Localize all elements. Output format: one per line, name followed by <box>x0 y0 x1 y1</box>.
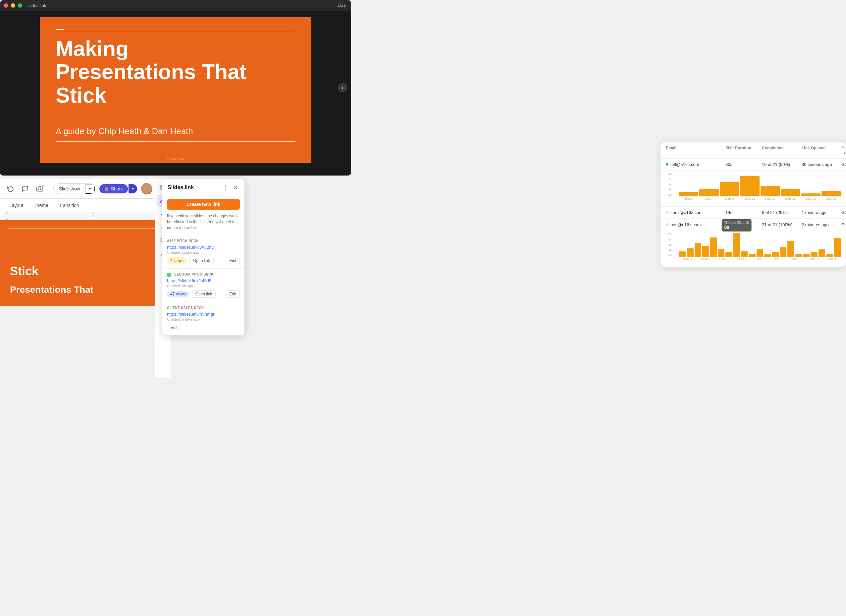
header-completion: Completion <box>762 146 802 155</box>
slide-bottom-line <box>56 141 295 142</box>
popup-title: Slides.link <box>167 185 223 191</box>
slideshow-button[interactable]: Slideshow ▾ <box>53 183 95 194</box>
bar <box>687 248 693 257</box>
open-link-btn-2[interactable]: Open link <box>192 290 216 298</box>
bar <box>780 247 786 257</box>
bar <box>740 176 759 197</box>
slide-subtitle: A guide by Chip Heath & Dan Heath <box>56 126 193 136</box>
bar <box>710 238 717 257</box>
bar <box>821 191 841 197</box>
link-url-3[interactable]: https://slides.link/h5hmgf <box>167 312 240 317</box>
tab-layout[interactable]: Layout <box>5 201 27 209</box>
email-cell-chris: chris@a16z.com <box>666 210 726 215</box>
share-button[interactable]: 🔒 Share <box>99 184 128 194</box>
email-cell-ben: ben@a16z.com <box>666 222 726 227</box>
link-section-1: A16Z PITCH DECK https://slides.link/wr82… <box>162 235 244 268</box>
bar <box>718 249 724 257</box>
toolbar: ▾ Slideshow ▾ 🔒 Share ▾ <box>0 179 176 199</box>
link-opened-ben: 2 minutes ago <box>802 222 842 227</box>
popup-header: Slides.link ⋮ ✕ <box>162 179 244 195</box>
link-section-title-2: SEQUOIA PITCH DECK <box>174 273 214 276</box>
ben-chart-wrapper: 8s 6s 4s 2s 0s Time on Slide 10 8s <box>668 233 841 263</box>
panel-tabs: Layout Theme Transition ⌃ <box>0 199 176 212</box>
traffic-light-red[interactable] <box>4 3 8 7</box>
slideshow-btn-arrow[interactable]: ▾ <box>85 184 95 194</box>
comment-icon[interactable] <box>20 183 31 194</box>
link-section-3: CLIENT SALES DECK https://slides.link/h5… <box>162 302 244 336</box>
link-actions-2: 47 views Open link Edit <box>167 290 240 298</box>
presentation-window: slides.link 1/21 Making Presentations Th… <box>0 0 351 176</box>
email-jeff: jeff@a16z.com <box>670 162 699 167</box>
bar <box>756 249 763 257</box>
tab-theme[interactable]: Theme <box>30 201 52 209</box>
popup-close-button[interactable]: ✕ <box>231 183 239 191</box>
link-url-1[interactable]: https://slides.link/wr82nv <box>167 245 240 250</box>
bar <box>749 254 755 257</box>
link-title-row-3: CLIENT SALES DECK <box>167 306 240 311</box>
header-email: Email <box>666 146 726 155</box>
link-section-2: SEQUOIA PITCH DECK https://slides.link/k… <box>162 268 244 302</box>
jeff-x-labels: Slide 2 Slide 4 Slide 6 Slide 11 Slide 1… <box>678 197 841 200</box>
traffic-light-yellow[interactable] <box>11 3 15 7</box>
create-link-button[interactable]: Create new link <box>167 199 240 210</box>
slide-next-arrow[interactable]: › <box>338 83 347 92</box>
ben-x-labels: Slide 1 Slide 3 Slide 5 Slide 7 Slide 9 … <box>678 257 841 261</box>
avatar-button[interactable] <box>141 183 152 194</box>
slide-watermark: © slides.link <box>167 157 185 161</box>
ben-chart: 8s 6s 4s 2s 0s Time on Slide 10 8s <box>661 231 846 267</box>
link-url-2[interactable]: https://slides.link/k45d5j <box>167 278 240 283</box>
email-ben: ben@a16z.com <box>670 222 701 227</box>
bar <box>741 251 748 257</box>
bar <box>801 194 820 197</box>
opened-in-ben: Germany <box>842 222 846 227</box>
analytics-table-header: Email Visit Duration Completion Link Ope… <box>661 142 846 158</box>
open-link-btn-1[interactable]: Open link <box>189 257 214 264</box>
slide-preview: Stick Presentations That <box>0 220 176 307</box>
window-titlebar: slides.link 1/21 <box>0 0 351 10</box>
slide-preview-text: Stick Presentations That <box>10 261 93 296</box>
bar <box>695 243 701 257</box>
history-icon[interactable] <box>5 183 16 194</box>
popup-notice: If you edit your slides, the changes won… <box>162 210 244 235</box>
link-actions-1: 4 views Open link Edit <box>167 257 240 264</box>
status-dot-jeff <box>666 163 668 166</box>
bar <box>781 189 800 197</box>
bar <box>702 246 709 257</box>
jeff-y-axis: 8s 6s 4s 2s 0s <box>668 173 672 197</box>
slides-link-popup: Slides.link ⋮ ✕ Create new link If you e… <box>162 179 244 336</box>
bar <box>679 192 698 197</box>
email-cell-jeff: jeff@a16z.com <box>666 162 726 167</box>
popup-menu-icon[interactable]: ⋮ <box>223 184 229 191</box>
completion-jeff: 19 of 21 (90%) <box>762 162 802 167</box>
link-section-title-3: CLIENT SALES DECK <box>167 306 204 309</box>
link-opened-jeff: 36 seconds ago <box>802 162 842 167</box>
edit-btn-1[interactable]: Edit <box>226 257 240 264</box>
bar <box>726 252 732 257</box>
toolbar-divider <box>49 185 49 193</box>
header-duration: Visit Duration <box>726 146 762 155</box>
jeff-bars <box>678 173 841 197</box>
traffic-light-green[interactable] <box>18 3 22 7</box>
camera-icon[interactable]: ▾ <box>34 183 45 194</box>
link-created-1: Created: 11min ago <box>167 250 240 254</box>
slide-headline: Making Presentations That Stick <box>56 37 272 107</box>
slideshow-btn-main[interactable]: Slideshow <box>54 184 85 194</box>
status-dot-chris <box>666 211 668 214</box>
link-section-title-1: A16Z PITCH DECK <box>167 239 199 243</box>
analytics-row-jeff: jeff@a16z.com 30s 19 of 21 (90%) 36 seco… <box>661 158 846 170</box>
link-actions-3: Edit <box>167 324 240 331</box>
edit-btn-3[interactable]: Edit <box>167 324 181 331</box>
share-button-wrapper[interactable]: 🔒 Share ▾ <box>99 184 137 194</box>
jeff-chart: 8s 6s 4s 2s 0s Slide 2 Slide 4 Slide 6 <box>661 170 846 206</box>
link-title-row-2: SEQUOIA PITCH DECK <box>167 273 240 277</box>
lock-icon: 🔒 <box>104 186 109 191</box>
bar <box>795 254 802 257</box>
jeff-chart-wrapper: 8s 6s 4s 2s 0s Slide 2 Slide 4 Slide 6 <box>668 173 841 202</box>
edit-btn-2[interactable]: Edit <box>226 290 240 298</box>
tab-transition[interactable]: Transition <box>55 201 83 209</box>
bar <box>679 251 686 257</box>
header-link-opened: Link Opened <box>802 146 842 155</box>
share-arrow-button[interactable]: ▾ <box>129 184 137 194</box>
ruler: 5 6 7 8 9 <box>0 212 176 220</box>
sequoia-icon <box>167 273 171 277</box>
